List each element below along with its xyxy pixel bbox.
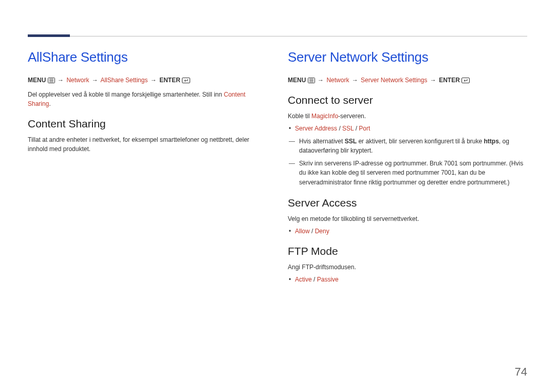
content-sharing-desc: Tillat at andre enheter i nettverket, fo… — [28, 135, 267, 154]
opt-deny: Deny — [315, 228, 329, 235]
magicinfo-ref: MagicInfo — [311, 113, 338, 120]
ssl-bold: SSL — [345, 138, 357, 145]
server-access-desc: Velg en metode for tilkobling til server… — [288, 214, 527, 223]
page-number: 74 — [515, 365, 527, 379]
accent-bar — [28, 34, 70, 37]
list-item: Active / Passive — [295, 275, 527, 285]
access-options-list: Allow / Deny — [288, 227, 527, 236]
columns: AllShare Settings MENU → Network → AllSh… — [28, 49, 527, 288]
right-column: Server Network Settings MENU → Network →… — [288, 49, 527, 288]
menu-label: MENU — [288, 77, 306, 84]
menu-icon — [308, 78, 315, 85]
connect-options-list: Server Address / SSL / Port — [288, 124, 527, 134]
opt-passive: Passive — [317, 276, 339, 283]
ftp-mode-heading: FTP Mode — [288, 245, 527, 257]
list-item: Skriv inn serverens IP-adresse og portnu… — [299, 159, 527, 188]
arrow-2: → — [91, 77, 99, 84]
connect-to-server-heading: Connect to server — [288, 94, 527, 106]
arrow-1: → — [317, 77, 325, 84]
connect-desc: Koble til MagicInfo-serveren. — [288, 111, 527, 121]
opt-ssl: SSL — [342, 125, 354, 132]
nav-server-settings: Server Network Settings — [361, 77, 427, 84]
allshare-intro: Del opplevelser ved å koble til mange fo… — [28, 90, 267, 108]
ftp-options-list: Active / Passive — [288, 275, 527, 285]
nav-allshare: AllShare Settings — [100, 77, 147, 84]
arrow-3: → — [429, 77, 437, 84]
allshare-breadcrumb: MENU → Network → AllShare Settings → ENT… — [28, 77, 267, 85]
sep: / — [312, 276, 317, 283]
text: Del opplevelser ved å koble til mange fo… — [28, 91, 224, 98]
ftp-mode-desc: Angi FTP-driftsmodusen. — [288, 263, 527, 272]
text: Hvis alternativet — [299, 138, 345, 145]
nav-network: Network — [66, 77, 89, 84]
horizontal-rule — [28, 36, 527, 36]
enter-icon — [461, 78, 470, 85]
text: Koble til — [288, 113, 311, 120]
left-column: AllShare Settings MENU → Network → AllSh… — [28, 49, 267, 288]
opt-allow: Allow — [295, 228, 310, 235]
enter-label: ENTER — [159, 77, 180, 84]
sep: / — [337, 125, 342, 132]
opt-port: Port — [359, 125, 370, 132]
allshare-title: AllShare Settings — [28, 49, 267, 65]
list-item: Allow / Deny — [295, 227, 527, 236]
nav-network: Network — [326, 77, 349, 84]
text: er aktivert, blir serveren konfigurert t… — [357, 138, 484, 145]
arrow-2: → — [351, 77, 359, 84]
content-sharing-heading: Content Sharing — [28, 118, 267, 130]
sep: / — [354, 125, 359, 132]
menu-icon — [48, 78, 55, 85]
menu-label: MENU — [28, 77, 46, 84]
connect-notes-list: Hvis alternativet SSL er aktivert, blir … — [288, 137, 527, 188]
server-network-title: Server Network Settings — [288, 49, 527, 65]
list-item: Server Address / SSL / Port — [295, 124, 527, 134]
server-access-heading: Server Access — [288, 197, 527, 209]
enter-icon — [182, 78, 190, 85]
text: -serveren. — [338, 113, 366, 120]
server-breadcrumb: MENU → Network → Server Network Settings… — [288, 77, 527, 85]
opt-server-address: Server Address — [295, 125, 337, 132]
arrow-1: → — [57, 77, 65, 84]
arrow-3: → — [150, 77, 158, 84]
https-bold: https — [484, 138, 498, 145]
opt-active: Active — [295, 276, 312, 283]
sep: / — [310, 228, 315, 235]
text: . — [49, 100, 50, 107]
enter-label: ENTER — [439, 77, 460, 84]
list-item: Hvis alternativet SSL er aktivert, blir … — [299, 137, 527, 156]
